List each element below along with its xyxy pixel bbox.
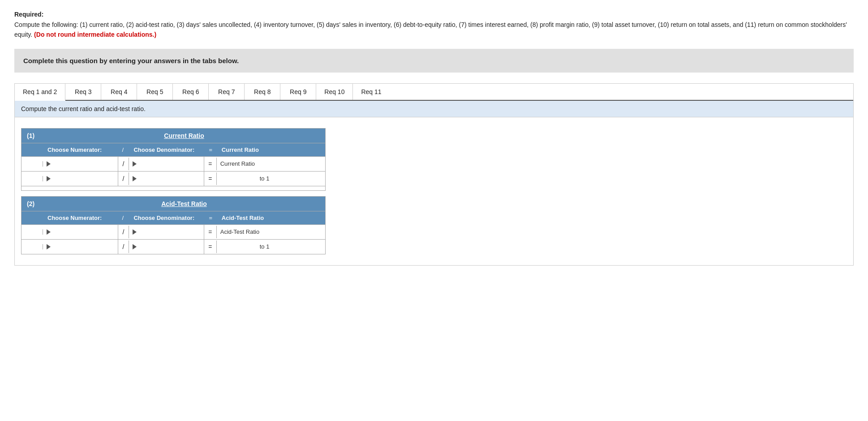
r1-denominator-input[interactable] — [139, 160, 200, 167]
a2-numerator-dropdown-icon[interactable] — [47, 244, 51, 249]
instruction-text: Complete this question by entering your … — [23, 57, 239, 64]
r1-numerator-dropdown-icon[interactable] — [47, 161, 51, 167]
r2-numerator — [43, 172, 118, 186]
a1-equals: = — [204, 226, 217, 238]
sh1-numerator-label: Choose Numerator: — [43, 143, 118, 156]
r1-denominator — [129, 157, 204, 171]
required-title: Required: — [14, 11, 854, 18]
r1-empty — [21, 161, 43, 167]
tab-content-body: (1) Current Ratio Choose Numerator: / Ch… — [15, 117, 853, 265]
r1-result: Current Ratio — [217, 157, 325, 171]
tab-content-header-text: Compute the current ratio and acid-test … — [21, 105, 146, 112]
a1-denominator — [129, 225, 204, 239]
section1-number: (1) — [21, 129, 43, 143]
current-ratio-row1: / = Current Ratio — [21, 156, 325, 171]
a2-equals: = — [204, 241, 217, 253]
a2-to1-label: to 1 — [260, 243, 270, 250]
tab-req5[interactable]: Req 5 — [137, 84, 173, 100]
acid-test-ratio-section: (2) Acid-Test Ratio Choose Numerator: / … — [21, 196, 326, 254]
a2-result-input[interactable] — [220, 243, 256, 250]
tab-req1and2[interactable]: Req 1 and 2 — [15, 84, 65, 101]
sh1-slash: / — [118, 143, 129, 156]
tab-req7[interactable]: Req 7 — [209, 84, 245, 100]
a1-result-label: Acid-Test Ratio — [220, 228, 259, 235]
sh2-numerator-label: Choose Numerator: — [43, 211, 118, 224]
r1-result-label: Current Ratio — [220, 160, 255, 167]
a1-denominator-dropdown-icon[interactable] — [133, 229, 137, 235]
required-warning: (Do not round intermediate calculations.… — [34, 31, 156, 38]
a2-numerator-input[interactable] — [53, 243, 114, 250]
a2-denominator-dropdown-icon[interactable] — [133, 244, 137, 249]
tab-req4[interactable]: Req 4 — [101, 84, 137, 100]
sh2-slash: / — [118, 211, 129, 224]
r1-equals: = — [204, 158, 217, 170]
r2-denominator-dropdown-icon[interactable] — [133, 176, 137, 181]
a2-empty — [21, 244, 43, 249]
sh1-equals: = — [205, 143, 217, 156]
r2-result-wrapper: to 1 — [220, 175, 322, 182]
a2-slash: / — [118, 241, 129, 253]
r1-numerator — [43, 157, 118, 171]
r1-slash: / — [118, 158, 129, 170]
r2-denominator — [129, 172, 204, 186]
instruction-box: Complete this question by entering your … — [14, 49, 854, 73]
tab-req10[interactable]: Req 10 — [316, 84, 353, 100]
tab-req3[interactable]: Req 3 — [65, 84, 101, 100]
tab-req8[interactable]: Req 8 — [245, 84, 280, 100]
r2-slash: / — [118, 172, 129, 185]
tabs-row: Req 1 and 2 Req 3 Req 4 Req 5 Req 6 Req … — [15, 84, 853, 101]
r2-numerator-input[interactable] — [53, 175, 114, 182]
a1-denominator-input[interactable] — [139, 228, 200, 235]
tab-req9[interactable]: Req 9 — [280, 84, 316, 100]
a1-slash: / — [118, 226, 129, 238]
r2-equals: = — [204, 172, 217, 185]
current-ratio-row2: / = to 1 — [21, 171, 325, 186]
r2-result-input[interactable] — [220, 175, 256, 182]
r2-to1-label: to 1 — [260, 175, 270, 182]
required-section: Required: Compute the following: (1) cur… — [14, 11, 854, 40]
required-description: Compute the following: (1) current ratio… — [14, 20, 854, 40]
a1-numerator-dropdown-icon[interactable] — [47, 229, 51, 235]
a1-numerator — [43, 225, 118, 239]
a1-empty — [21, 229, 43, 235]
r2-denominator-input[interactable] — [139, 175, 200, 182]
tab-content-header: Compute the current ratio and acid-test … — [15, 101, 853, 117]
a2-denominator — [129, 240, 204, 254]
a2-numerator — [43, 240, 118, 254]
section2-number: (2) — [21, 197, 43, 211]
tab-req11[interactable]: Req 11 — [353, 84, 389, 100]
current-ratio-header: (1) Current Ratio — [21, 129, 325, 143]
sh1-result-label: Current Ratio — [217, 143, 325, 156]
a1-result: Acid-Test Ratio — [217, 225, 325, 239]
r1-numerator-input[interactable] — [53, 160, 114, 167]
r2-numerator-dropdown-icon[interactable] — [47, 176, 51, 181]
acid-test-row1: / = Acid-Test Ratio — [21, 224, 325, 239]
current-ratio-sub-header: Choose Numerator: / Choose Denominator: … — [21, 143, 325, 156]
r1-denominator-dropdown-icon[interactable] — [133, 161, 137, 167]
a1-numerator-input[interactable] — [53, 228, 114, 235]
sh2-equals: = — [205, 211, 217, 224]
tab-req6[interactable]: Req 6 — [173, 84, 209, 100]
a2-denominator-input[interactable] — [139, 243, 200, 250]
r2-empty — [21, 176, 43, 181]
a2-result-wrapper: to 1 — [220, 243, 322, 250]
section1-title: Current Ratio — [43, 129, 325, 143]
section1-spacer — [21, 186, 325, 190]
a2-result: to 1 — [217, 240, 325, 254]
tabs-container: Req 1 and 2 Req 3 Req 4 Req 5 Req 6 Req … — [14, 83, 854, 266]
current-ratio-section: (1) Current Ratio Choose Numerator: / Ch… — [21, 128, 326, 191]
section2-title: Acid-Test Ratio — [43, 197, 325, 211]
acid-test-ratio-header: (2) Acid-Test Ratio — [21, 197, 325, 211]
sh2-denominator-label: Choose Denominator: — [129, 211, 204, 224]
r2-result: to 1 — [217, 172, 325, 186]
sh1-denominator-label: Choose Denominator: — [129, 143, 204, 156]
acid-test-sub-header: Choose Numerator: / Choose Denominator: … — [21, 211, 325, 224]
acid-test-row2: / = to 1 — [21, 239, 325, 254]
sh2-result-label: Acid-Test Ratio — [217, 211, 325, 224]
